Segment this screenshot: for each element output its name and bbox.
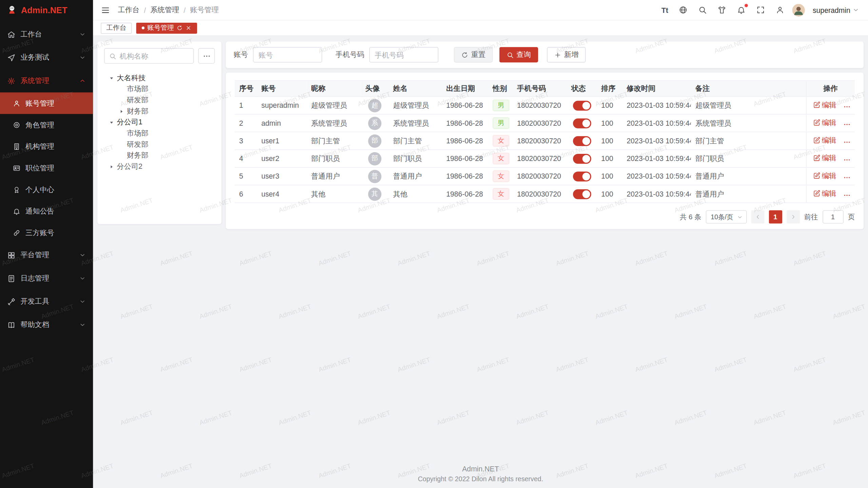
phone-input[interactable] <box>369 47 438 63</box>
more-actions-button[interactable] <box>843 103 851 111</box>
tree-node[interactable]: 研发部 <box>104 95 215 106</box>
more-actions-button[interactable] <box>843 191 851 199</box>
tree-node[interactable]: 分公司1 <box>104 117 215 128</box>
more-actions-button[interactable] <box>843 174 851 182</box>
sidebar-item-account-management[interactable]: 账号管理 <box>0 93 93 114</box>
reset-button[interactable]: 重置 <box>454 47 493 63</box>
phone-label: 手机号码 <box>335 50 364 60</box>
sidebar-item-personal-center[interactable]: 个人中心 <box>0 179 93 200</box>
tab-account-management[interactable]: 账号管理 <box>136 22 197 34</box>
more-actions-button[interactable] <box>843 138 851 146</box>
app-window: Admin.NET 工作台业务测试系统管理账号管理角色管理机构管理职位管理个人中… <box>0 0 868 488</box>
add-button[interactable]: 新增 <box>547 47 586 63</box>
tree-node[interactable]: 市场部 <box>104 128 215 139</box>
cell-remark: 普通用户 <box>691 167 806 185</box>
tree-node[interactable]: 市场部 <box>104 84 215 95</box>
sidebar-item-workbench[interactable]: 工作台 <box>0 23 93 46</box>
breadcrumb-item[interactable]: 工作台 <box>118 5 140 15</box>
edit-icon <box>813 119 820 126</box>
org-more-button[interactable] <box>198 48 215 64</box>
status-toggle[interactable] <box>573 118 591 128</box>
search-icon[interactable] <box>698 5 707 14</box>
next-page-button[interactable] <box>786 210 800 223</box>
caret-down-icon[interactable] <box>107 76 116 81</box>
tree-node[interactable]: 财务部 <box>104 150 215 161</box>
sidebar-item-help-docs[interactable]: 帮助文档 <box>0 313 93 337</box>
gear-icon <box>7 77 15 85</box>
status-toggle[interactable] <box>573 189 591 199</box>
sidebar-item-third-party-account[interactable]: 三方账号 <box>0 222 93 244</box>
chevron-down-icon <box>852 7 859 14</box>
page-size-select[interactable]: 10条/页 <box>706 210 746 223</box>
pagination: 共 6 条 10条/页 1 前往 页 <box>235 210 855 223</box>
gender-badge: 男 <box>493 117 509 129</box>
search-button[interactable]: 查询 <box>499 47 538 63</box>
sidebar-item-system-management[interactable]: 系统管理 <box>0 69 93 93</box>
tree-node[interactable]: 分公司2 <box>104 161 215 172</box>
breadcrumb: 工作台/系统管理/账号管理 <box>118 5 219 15</box>
hamburger-menu-icon[interactable] <box>101 5 110 15</box>
column-header: 操作 <box>806 81 855 97</box>
chevron-up-icon <box>79 78 86 84</box>
table-row: 3user1部门主管部部门主管1986-06-28女18020030720100… <box>235 132 855 149</box>
tree-node[interactable]: 研发部 <box>104 139 215 150</box>
goto-page-input[interactable] <box>822 210 843 223</box>
user-menu[interactable]: superadmin <box>813 6 859 14</box>
edit-button[interactable]: 编辑 <box>813 136 836 145</box>
sidebar-item-dev-tools[interactable]: 开发工具 <box>0 290 93 313</box>
user-icon <box>13 99 21 107</box>
tree-node[interactable]: 大名科技 <box>104 73 215 84</box>
sidebar-item-log-management[interactable]: 日志管理 <box>0 267 93 290</box>
caret-right-icon[interactable] <box>107 164 116 169</box>
more-icon <box>202 52 211 60</box>
status-toggle[interactable] <box>573 171 591 181</box>
edit-button[interactable]: 编辑 <box>813 100 836 110</box>
account-input[interactable] <box>253 47 322 63</box>
sidebar-item-org-management[interactable]: 机构管理 <box>0 136 93 157</box>
edit-button[interactable]: 编辑 <box>813 153 836 163</box>
org-search-input[interactable] <box>120 52 189 60</box>
current-page[interactable]: 1 <box>769 210 782 223</box>
sidebar-item-position-management[interactable]: 职位管理 <box>0 157 93 179</box>
content-area: 大名科技市场部研发部财务部分公司1市场部研发部财务部分公司2 账号 手机号码 <box>93 36 868 488</box>
language-icon[interactable] <box>679 5 688 14</box>
cell-no: 5 <box>235 167 257 185</box>
edit-button[interactable]: 编辑 <box>813 171 836 181</box>
edit-button[interactable]: 编辑 <box>813 118 836 128</box>
status-toggle[interactable] <box>573 136 591 146</box>
tree-node-label: 分公司2 <box>117 162 142 171</box>
cell-gender: 女 <box>488 185 513 203</box>
tree-node-label: 分公司1 <box>117 117 142 127</box>
gender-badge: 女 <box>493 188 509 200</box>
status-toggle[interactable] <box>573 154 591 163</box>
profile-icon[interactable] <box>776 5 785 14</box>
theme-icon[interactable] <box>717 5 726 14</box>
close-tab-icon[interactable] <box>185 25 192 31</box>
tree-node-label: 市场部 <box>127 128 149 138</box>
edit-button[interactable]: 编辑 <box>813 189 836 199</box>
refresh-tab-icon[interactable] <box>177 25 183 31</box>
cell-birth: 1986-06-28 <box>442 150 488 167</box>
sidebar-item-platform-management[interactable]: 平台管理 <box>0 243 93 267</box>
sidebar-item-role-management[interactable]: 角色管理 <box>0 114 93 136</box>
breadcrumb-item[interactable]: 系统管理 <box>150 5 179 15</box>
tree-node[interactable]: 财务部 <box>104 106 215 117</box>
sidebar-menu: 工作台业务测试系统管理账号管理角色管理机构管理职位管理个人中心通知公告三方账号平… <box>0 20 93 488</box>
cell-nickname: 部门主管 <box>307 132 361 149</box>
caret-right-icon[interactable] <box>117 109 125 114</box>
tab-workbench[interactable]: 工作台 <box>101 22 132 34</box>
edit-button-label: 编辑 <box>822 118 836 128</box>
avatar[interactable] <box>792 4 805 17</box>
status-toggle[interactable] <box>573 100 591 110</box>
font-size-icon[interactable]: Tt <box>662 6 668 14</box>
sidebar-item-business-test[interactable]: 业务测试 <box>0 46 93 69</box>
more-actions-button[interactable] <box>843 156 851 164</box>
notification-icon[interactable] <box>737 5 746 14</box>
more-actions-button[interactable] <box>843 121 851 128</box>
caret-down-icon[interactable] <box>107 120 116 125</box>
building-icon <box>13 142 21 150</box>
fullscreen-icon[interactable] <box>756 5 765 14</box>
prev-page-button[interactable] <box>751 210 764 223</box>
sidebar-item-notice-announcement[interactable]: 通知公告 <box>0 200 93 222</box>
column-header: 姓名 <box>389 81 442 97</box>
